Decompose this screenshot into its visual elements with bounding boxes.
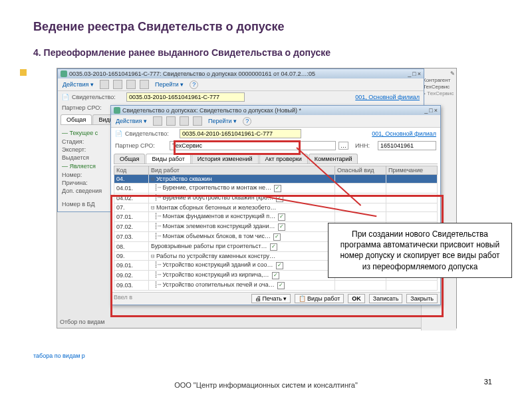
close-button[interactable]: Закрыть xyxy=(406,294,438,303)
goto-menu[interactable]: Перейти ▾ xyxy=(206,117,239,125)
branch-link[interactable]: 001, Основной филиал xyxy=(372,130,436,137)
page-number: 31 xyxy=(484,378,492,386)
screenshot: ✎ Контрагент ТехСервис ▸ ТехСервис 0035.… xyxy=(57,68,457,329)
bottom-link[interactable]: табора по видам р xyxy=(33,352,85,359)
tab-works[interactable]: Виды работ xyxy=(146,154,190,164)
partner-label: Партнер СРО: xyxy=(62,104,114,111)
slide-subtitle: 4. Переоформление ранее выданного Свидет… xyxy=(33,47,499,58)
app-icon xyxy=(114,107,120,114)
actions-menu[interactable]: Действия ▾ xyxy=(61,80,96,88)
table-row[interactable]: 04.⊟ Устройство скважин xyxy=(114,175,438,184)
tab-comment[interactable]: Комментарий xyxy=(309,154,358,164)
ok-button[interactable]: OK xyxy=(348,294,365,303)
tab-act[interactable]: Акт проверки xyxy=(259,154,308,164)
table-row[interactable]: 07.01. ┊┈ Монтаж фундаментов и конструкц… xyxy=(114,212,438,222)
bullet-icon xyxy=(20,69,27,76)
toolbar-back: Действия ▾ Перейти ▾ ? xyxy=(58,78,424,91)
doc-icon: 📄 xyxy=(62,94,69,100)
save-button[interactable]: Записать xyxy=(369,294,402,303)
lookup-button[interactable]: … xyxy=(338,142,348,150)
app-icon xyxy=(61,70,67,77)
cert-label: Свидетельство: xyxy=(72,94,124,100)
doc-icon: 📄 xyxy=(115,130,122,137)
branch-link[interactable]: 001, Основной филиал xyxy=(355,94,420,100)
tab-general[interactable]: Общая xyxy=(114,154,145,164)
print-button[interactable]: 🖨 Печать ▾ xyxy=(251,294,291,303)
help-icon[interactable]: ? xyxy=(190,80,198,89)
actions-menu[interactable]: Действия ▾ xyxy=(114,117,149,125)
table-row[interactable]: 09.03. ┊┈ Устройство отопительных печей … xyxy=(114,281,438,291)
tab-general[interactable]: Общая xyxy=(61,114,92,124)
tab-history[interactable]: История изменений xyxy=(192,154,259,164)
callout-box: При создании нового Свидетельства програ… xyxy=(328,223,512,278)
table-row[interactable]: 04.01. ┊┈ Бурение, строительство и монта… xyxy=(114,184,438,194)
titlebar-back: 0035.03-2010-1651041961-С-777: Свидетель… xyxy=(58,69,424,78)
footer: ООО "Центр информационных систем и конса… xyxy=(0,381,532,389)
help-icon[interactable]: ? xyxy=(243,117,251,126)
cert-field-front[interactable]: 0035.04-2010-1651041961-С-777 xyxy=(180,129,301,138)
inn-field[interactable]: 1651041961 xyxy=(378,141,436,150)
partner-field[interactable]: ТехСервис xyxy=(170,141,336,150)
goto-menu[interactable]: Перейти ▾ xyxy=(153,80,186,88)
slide-title: Ведение реестра Свидетельств о допуске xyxy=(33,20,499,34)
works-button[interactable]: 📋 Виды работ xyxy=(295,294,344,303)
titlebar-front: Свидетельство о допусках: Свидетельство … xyxy=(111,106,440,115)
tool-icon[interactable] xyxy=(100,80,109,89)
table-row[interactable]: 07.⊟ Монтаж сборных бетонных и железобет… xyxy=(114,203,438,212)
cert-field-back[interactable]: 0035.03-2010-1651041961-С-777 xyxy=(126,92,245,102)
